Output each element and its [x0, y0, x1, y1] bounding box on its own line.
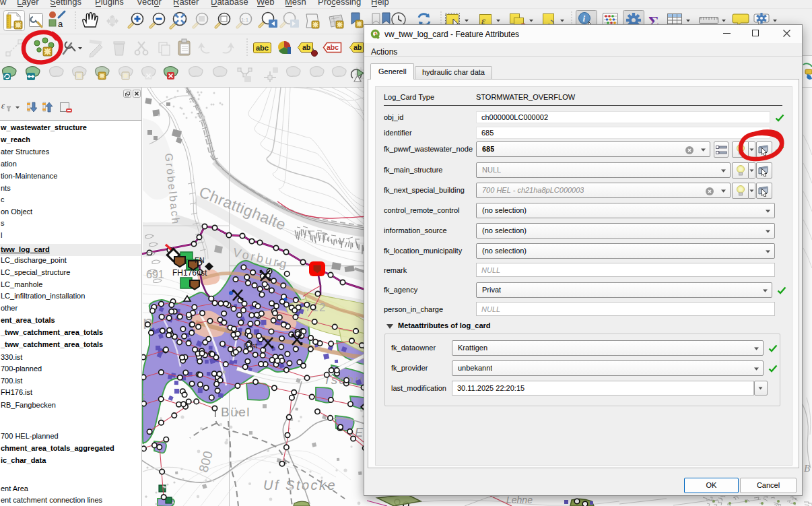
svg-text:Büel: Büel [221, 405, 250, 419]
svg-text:0.ist: 0.ist [244, 342, 257, 350]
svg-text:1:1: 1:1 [241, 17, 249, 23]
svg-text:abc: abc [256, 44, 269, 52]
svg-text:E: E [355, 426, 364, 439]
svg-text:ab: ab [302, 43, 310, 51]
svg-text:FN: FN [195, 256, 205, 264]
svg-text:i: i [583, 13, 586, 24]
svg-text:ε: ε [1, 100, 5, 110]
svg-text:Lehne: Lehne [506, 495, 533, 505]
svg-text:abc: abc [327, 43, 339, 51]
svg-text:ab: ab [353, 43, 362, 51]
svg-text:a: a [58, 19, 63, 29]
svg-text:B: B [804, 463, 810, 474]
svg-text:FH176.ist: FH176.ist [172, 268, 207, 278]
